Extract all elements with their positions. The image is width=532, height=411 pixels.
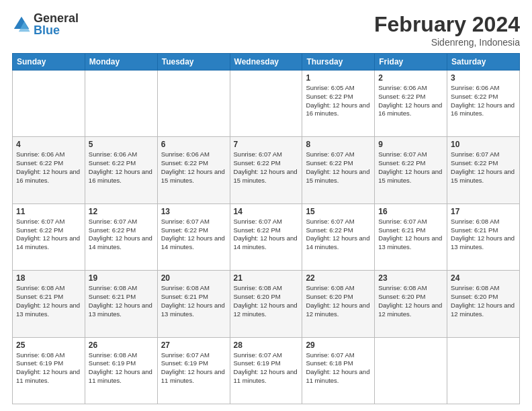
week-row-2: 4Sunrise: 6:06 AM Sunset: 6:22 PM Daylig… <box>13 137 520 203</box>
calendar-cell: 11Sunrise: 6:07 AM Sunset: 6:22 PM Dayli… <box>13 203 85 270</box>
day-info: Sunrise: 6:08 AM Sunset: 6:21 PM Dayligh… <box>89 284 154 318</box>
calendar-cell: 10Sunrise: 6:07 AM Sunset: 6:22 PM Dayli… <box>447 137 520 203</box>
day-info: Sunrise: 6:08 AM Sunset: 6:20 PM Dayligh… <box>451 284 516 318</box>
day-number: 9 <box>378 140 443 149</box>
day-header-tuesday: Tuesday <box>157 54 230 71</box>
calendar-cell <box>13 71 85 137</box>
title-block: February 2024 Sidenreng, Indonesia <box>374 12 520 48</box>
calendar-cell: 12Sunrise: 6:07 AM Sunset: 6:22 PM Dayli… <box>85 203 157 270</box>
day-header-sunday: Sunday <box>13 54 85 71</box>
calendar-cell <box>85 71 157 137</box>
day-number: 10 <box>451 140 516 149</box>
day-info: Sunrise: 6:07 AM Sunset: 6:21 PM Dayligh… <box>378 218 443 252</box>
day-number: 2 <box>378 73 443 83</box>
day-info: Sunrise: 6:07 AM Sunset: 6:22 PM Dayligh… <box>451 150 516 185</box>
day-number: 22 <box>306 273 371 283</box>
day-info: Sunrise: 6:08 AM Sunset: 6:21 PM Dayligh… <box>16 284 81 318</box>
day-number: 25 <box>16 340 81 350</box>
day-info: Sunrise: 6:08 AM Sunset: 6:21 PM Dayligh… <box>451 218 516 252</box>
calendar-cell: 27Sunrise: 6:07 AM Sunset: 6:19 PM Dayli… <box>157 337 230 404</box>
day-header-thursday: Thursday <box>302 54 375 71</box>
day-number: 14 <box>234 207 299 216</box>
calendar-table: SundayMondayTuesdayWednesdayThursdayFrid… <box>12 53 520 404</box>
day-info: Sunrise: 6:08 AM Sunset: 6:21 PM Dayligh… <box>161 284 226 318</box>
day-number: 4 <box>16 140 81 149</box>
day-info: Sunrise: 6:07 AM Sunset: 6:19 PM Dayligh… <box>161 351 226 385</box>
calendar-cell: 2Sunrise: 6:06 AM Sunset: 6:22 PM Daylig… <box>375 71 447 137</box>
calendar-cell <box>447 337 520 404</box>
day-header-monday: Monday <box>85 54 157 71</box>
day-header-friday: Friday <box>375 54 447 71</box>
logo: General Blue <box>12 12 79 36</box>
calendar-cell: 25Sunrise: 6:08 AM Sunset: 6:19 PM Dayli… <box>13 337 85 404</box>
day-info: Sunrise: 6:07 AM Sunset: 6:22 PM Dayligh… <box>378 150 443 185</box>
day-header-wednesday: Wednesday <box>230 54 302 71</box>
day-info: Sunrise: 6:07 AM Sunset: 6:22 PM Dayligh… <box>89 218 154 252</box>
calendar-cell <box>157 71 230 137</box>
day-info: Sunrise: 6:06 AM Sunset: 6:22 PM Dayligh… <box>16 150 81 185</box>
calendar-cell: 20Sunrise: 6:08 AM Sunset: 6:21 PM Dayli… <box>157 271 230 337</box>
calendar-cell <box>230 71 302 137</box>
day-number: 18 <box>16 273 81 283</box>
day-info: Sunrise: 6:08 AM Sunset: 6:19 PM Dayligh… <box>16 351 81 385</box>
day-info: Sunrise: 6:08 AM Sunset: 6:20 PM Dayligh… <box>234 284 299 318</box>
day-info: Sunrise: 6:05 AM Sunset: 6:22 PM Dayligh… <box>306 84 371 118</box>
logo-text: General Blue <box>34 12 79 36</box>
day-number: 24 <box>451 273 516 283</box>
day-number: 12 <box>89 207 154 216</box>
calendar-cell: 3Sunrise: 6:06 AM Sunset: 6:22 PM Daylig… <box>447 71 520 137</box>
calendar-cell: 4Sunrise: 6:06 AM Sunset: 6:22 PM Daylig… <box>13 137 85 203</box>
day-number: 3 <box>451 73 516 83</box>
day-info: Sunrise: 6:07 AM Sunset: 6:22 PM Dayligh… <box>234 150 299 185</box>
day-number: 15 <box>306 207 371 216</box>
month-title: February 2024 <box>374 12 520 37</box>
day-number: 26 <box>89 340 154 350</box>
calendar-cell: 13Sunrise: 6:07 AM Sunset: 6:22 PM Dayli… <box>157 203 230 270</box>
header: General Blue February 2024 Sidenreng, In… <box>12 12 520 48</box>
week-row-1: 1Sunrise: 6:05 AM Sunset: 6:22 PM Daylig… <box>13 71 520 137</box>
day-info: Sunrise: 6:08 AM Sunset: 6:20 PM Dayligh… <box>378 284 443 318</box>
day-number: 29 <box>306 340 371 350</box>
day-info: Sunrise: 6:08 AM Sunset: 6:20 PM Dayligh… <box>306 284 371 318</box>
day-info: Sunrise: 6:07 AM Sunset: 6:22 PM Dayligh… <box>306 218 371 252</box>
day-number: 21 <box>234 273 299 283</box>
day-number: 20 <box>161 273 226 283</box>
day-info: Sunrise: 6:06 AM Sunset: 6:22 PM Dayligh… <box>161 150 226 185</box>
day-info: Sunrise: 6:07 AM Sunset: 6:22 PM Dayligh… <box>234 218 299 252</box>
calendar-cell: 29Sunrise: 6:07 AM Sunset: 6:18 PM Dayli… <box>302 337 375 404</box>
day-number: 27 <box>161 340 226 350</box>
day-number: 23 <box>378 273 443 283</box>
day-number: 7 <box>234 140 299 149</box>
calendar-cell: 28Sunrise: 6:07 AM Sunset: 6:19 PM Dayli… <box>230 337 302 404</box>
day-info: Sunrise: 6:08 AM Sunset: 6:19 PM Dayligh… <box>89 351 154 385</box>
calendar-cell: 5Sunrise: 6:06 AM Sunset: 6:22 PM Daylig… <box>85 137 157 203</box>
logo-icon <box>12 15 31 34</box>
day-number: 1 <box>306 73 371 83</box>
calendar-cell <box>375 337 447 404</box>
day-number: 17 <box>451 207 516 216</box>
day-header-row: SundayMondayTuesdayWednesdayThursdayFrid… <box>13 54 520 71</box>
location-subtitle: Sidenreng, Indonesia <box>374 37 520 48</box>
day-info: Sunrise: 6:07 AM Sunset: 6:18 PM Dayligh… <box>306 351 371 385</box>
calendar-cell: 21Sunrise: 6:08 AM Sunset: 6:20 PM Dayli… <box>230 271 302 337</box>
logo-general-text: General <box>34 12 79 24</box>
week-row-5: 25Sunrise: 6:08 AM Sunset: 6:19 PM Dayli… <box>13 337 520 404</box>
calendar-cell: 23Sunrise: 6:08 AM Sunset: 6:20 PM Dayli… <box>375 271 447 337</box>
calendar-cell: 26Sunrise: 6:08 AM Sunset: 6:19 PM Dayli… <box>85 337 157 404</box>
day-number: 28 <box>234 340 299 350</box>
calendar-cell: 24Sunrise: 6:08 AM Sunset: 6:20 PM Dayli… <box>447 271 520 337</box>
calendar-cell: 14Sunrise: 6:07 AM Sunset: 6:22 PM Dayli… <box>230 203 302 270</box>
logo-blue-text: Blue <box>34 24 79 36</box>
calendar-cell: 18Sunrise: 6:08 AM Sunset: 6:21 PM Dayli… <box>13 271 85 337</box>
day-info: Sunrise: 6:07 AM Sunset: 6:22 PM Dayligh… <box>161 218 226 252</box>
calendar-page: General Blue February 2024 Sidenreng, In… <box>0 0 532 411</box>
calendar-cell: 17Sunrise: 6:08 AM Sunset: 6:21 PM Dayli… <box>447 203 520 270</box>
day-number: 5 <box>89 140 154 149</box>
week-row-4: 18Sunrise: 6:08 AM Sunset: 6:21 PM Dayli… <box>13 271 520 337</box>
calendar-cell: 8Sunrise: 6:07 AM Sunset: 6:22 PM Daylig… <box>302 137 375 203</box>
day-info: Sunrise: 6:07 AM Sunset: 6:22 PM Dayligh… <box>306 150 371 185</box>
day-number: 6 <box>161 140 226 149</box>
day-info: Sunrise: 6:07 AM Sunset: 6:22 PM Dayligh… <box>16 218 81 252</box>
calendar-cell: 15Sunrise: 6:07 AM Sunset: 6:22 PM Dayli… <box>302 203 375 270</box>
calendar-cell: 7Sunrise: 6:07 AM Sunset: 6:22 PM Daylig… <box>230 137 302 203</box>
